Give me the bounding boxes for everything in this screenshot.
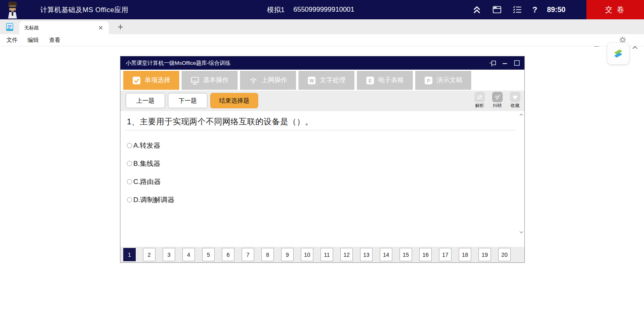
- report-error-tool[interactable]: 纠错: [491, 92, 504, 109]
- option-b[interactable]: B.集线器: [127, 159, 160, 168]
- tab-spreadsheet[interactable]: E 电子表格: [357, 71, 413, 90]
- notepad-tab-title: 无标题: [24, 25, 97, 31]
- report-error-label: 纠错: [493, 103, 502, 109]
- pin-icon[interactable]: [489, 60, 496, 66]
- heart-icon: [510, 92, 520, 102]
- scroll-down-icon[interactable]: [519, 231, 524, 234]
- window-icon[interactable]: [492, 5, 502, 14]
- exam-session: 模拟1 6550999999910001: [267, 0, 354, 19]
- option-a[interactable]: A.转发器: [127, 141, 160, 150]
- tab-single-choice[interactable]: 单项选择: [123, 71, 179, 90]
- collapse-chevrons-icon[interactable]: [472, 5, 482, 14]
- menu-edit[interactable]: 编辑: [26, 34, 40, 46]
- dialog-maximize-icon[interactable]: [514, 60, 520, 66]
- question-number-15[interactable]: 15: [400, 248, 412, 261]
- svg-text:W: W: [309, 78, 314, 83]
- question-number-1[interactable]: 1: [123, 248, 136, 261]
- next-question-button[interactable]: 下一题: [168, 93, 207, 108]
- tab-basic-operation[interactable]: 基本操作: [182, 71, 238, 90]
- question-number-19[interactable]: 19: [478, 248, 491, 261]
- radio-icon[interactable]: [127, 143, 132, 148]
- question-number-17[interactable]: 17: [439, 248, 451, 261]
- question-number-6[interactable]: 6: [222, 248, 234, 261]
- question-number-10[interactable]: 10: [301, 248, 313, 261]
- question-number-4[interactable]: 4: [182, 248, 195, 261]
- menu-file[interactable]: 文件: [5, 34, 19, 46]
- exam-title: 计算机基础及MS Office应用: [40, 0, 128, 19]
- question-number-20[interactable]: 20: [498, 248, 511, 261]
- radio-icon[interactable]: [127, 179, 132, 184]
- dialog-minimize-icon[interactable]: [501, 60, 508, 66]
- assistant-floating-logo[interactable]: [607, 43, 629, 64]
- question-text: 1、主要用于实现两个不同网络互联的设备是（）。: [127, 116, 313, 127]
- option-c[interactable]: C.路由器: [127, 177, 161, 186]
- tab-presentation[interactable]: P 演示文稿: [415, 71, 471, 90]
- question-number-18[interactable]: 18: [459, 248, 471, 261]
- question-number-14[interactable]: 14: [380, 248, 392, 261]
- notepad-menubar: 文件 编辑 查看: [0, 34, 644, 46]
- question-number-11[interactable]: 11: [321, 248, 333, 261]
- screen: 计算机基础及MS Office应用 模拟1 6550999999910001: [0, 0, 644, 322]
- question-number-2[interactable]: 2: [143, 248, 155, 261]
- help-icon[interactable]: ?: [532, 5, 537, 14]
- option-a-label: A.转发器: [133, 141, 160, 150]
- radio-icon[interactable]: [127, 197, 132, 202]
- notepad-tab-untitled[interactable]: 无标题: [19, 21, 109, 34]
- exam-mode: 模拟1: [267, 5, 284, 14]
- question-area: 1、主要用于实现两个不同网络互联的设备是（）。 A.转发器 B.集线器 C.路由…: [120, 111, 524, 247]
- word-icon: W: [307, 76, 316, 85]
- question-number-7[interactable]: 7: [242, 248, 254, 261]
- analysis-label: 解析: [475, 103, 484, 109]
- app-logo-avatar: [6, 1, 19, 19]
- submit-exam-button[interactable]: 交 卷: [586, 0, 644, 19]
- question-scrollbar[interactable]: [519, 113, 524, 234]
- tab-label: 单项选择: [145, 76, 170, 85]
- menu-view[interactable]: 查看: [48, 34, 62, 46]
- question-number-9[interactable]: 9: [281, 248, 294, 261]
- question-separator: [126, 130, 516, 130]
- question-list-icon[interactable]: [512, 5, 522, 14]
- favorite-label: 收藏: [511, 103, 520, 109]
- tab-label: 基本操作: [203, 76, 229, 85]
- option-d[interactable]: D.调制解调器: [127, 195, 174, 204]
- question-number-5[interactable]: 5: [202, 248, 215, 261]
- prev-question-button[interactable]: 上一题: [126, 93, 165, 108]
- tab-word-processing[interactable]: W 文字处理: [298, 71, 354, 90]
- question-tools: 解析 纠错: [473, 92, 522, 109]
- question-type-tabs: 单项选择 基本操作 上网操作: [120, 70, 524, 91]
- option-b-label: B.集线器: [133, 159, 160, 168]
- monitor-icon: [191, 76, 199, 85]
- tab-label: 电子表格: [378, 76, 404, 85]
- finish-choice-button[interactable]: 结束选择题: [210, 93, 258, 108]
- exam-topbar: 计算机基础及MS Office应用 模拟1 6550999999910001: [0, 0, 644, 19]
- exam-id: 6550999999910001: [293, 6, 354, 14]
- excel-icon: E: [366, 76, 375, 85]
- analysis-tool[interactable]: 解析: [473, 92, 487, 109]
- tab-close-icon[interactable]: [97, 25, 104, 31]
- svg-text:E: E: [369, 78, 372, 83]
- tab-label: 演示文稿: [437, 76, 462, 85]
- scroll-up-icon[interactable]: [519, 113, 524, 116]
- question-number-13[interactable]: 13: [360, 248, 373, 261]
- check-square-icon: [132, 76, 141, 85]
- radio-icon[interactable]: [127, 161, 132, 166]
- question-number-3[interactable]: 3: [163, 248, 175, 261]
- svg-text:P: P: [427, 78, 430, 83]
- zigzag-logo-icon: [610, 45, 627, 62]
- notepad-tabstrip: 无标题: [0, 19, 644, 34]
- favorite-tool[interactable]: 收藏: [508, 92, 522, 109]
- quiz-titlebar-icons: [489, 60, 520, 66]
- tab-internet-operation[interactable]: 上网操作: [240, 71, 296, 90]
- new-tab-icon[interactable]: [117, 23, 124, 31]
- question-number-16[interactable]: 16: [419, 248, 432, 261]
- quiz-dialog-title: 小黑课堂计算机一级MsOffice题库-综合训练: [126, 60, 489, 67]
- exam-timer: 89:50: [547, 6, 565, 14]
- pencil-icon: [492, 92, 503, 102]
- analysis-sliders-icon: [474, 92, 485, 102]
- question-nav-row: 上一题 下一题 结束选择题 解析: [120, 91, 524, 111]
- option-d-label: D.调制解调器: [133, 195, 174, 204]
- question-number-8[interactable]: 8: [261, 248, 274, 261]
- question-number-12[interactable]: 12: [340, 248, 353, 261]
- topbar-actions: ? 89:50 交 卷: [472, 0, 644, 19]
- quiz-dialog-titlebar[interactable]: 小黑课堂计算机一级MsOffice题库-综合训练: [120, 56, 524, 70]
